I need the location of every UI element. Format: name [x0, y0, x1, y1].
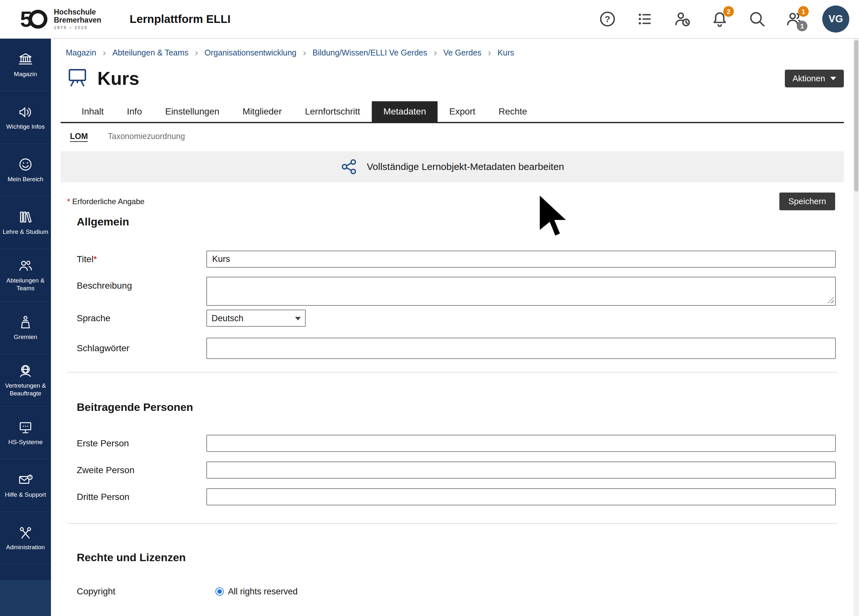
tab-rechte[interactable]: Rechte	[487, 101, 539, 122]
sidebar-item-administration[interactable]: Administration	[0, 512, 51, 564]
tab-mitglieder[interactable]: Mitglieder	[231, 101, 293, 122]
breadcrumb-item[interactable]: Bildung/Wissen/ELLI Ve Gerdes	[312, 48, 427, 58]
list-icon	[636, 10, 654, 28]
sidebar-item-hilfe-support[interactable]: ? Hilfe & Support	[0, 459, 51, 512]
schlagwoerter-input[interactable]	[206, 338, 836, 359]
form-row-beschreibung: Beschreibung	[61, 277, 844, 306]
sidebar-item-label: HS-Systeme	[7, 438, 44, 446]
chevron-down-icon	[830, 77, 836, 80]
sidebar-item-lehre-studium[interactable]: Lehre & Studium	[0, 196, 51, 249]
sidebar-item-label: Magazin	[12, 70, 39, 78]
user-clock-icon	[673, 10, 691, 28]
erste-person-input[interactable]	[206, 435, 836, 452]
edit-full-metadata-link[interactable]: Vollständige Lernobjekt-Metadaten bearbe…	[61, 151, 844, 182]
help-icon: ?	[598, 10, 617, 28]
mail-question-icon: ?	[18, 472, 33, 487]
sidebar-item-hs-systeme[interactable]: HS-Systeme	[0, 407, 51, 459]
breadcrumb-item[interactable]: Kurs	[498, 48, 514, 58]
sidebar-footer-panel	[0, 580, 51, 616]
help-button[interactable]: ?	[598, 9, 617, 29]
form-row-titel: Titel*	[61, 250, 844, 268]
notifications-button[interactable]: 2	[710, 9, 729, 29]
form-actions-row: * Erforderliche Angabe Speichern	[61, 192, 844, 210]
section-heading-rechte-lizenzen: Rechte und Lizenzen	[77, 551, 844, 564]
sidebar-item-label: Administration	[5, 543, 47, 551]
save-button[interactable]: Speichern	[779, 192, 835, 210]
subtab-taxonomiezuordnung[interactable]: Taxonomiezuordnung	[108, 131, 185, 141]
breadcrumb-item[interactable]: Organisationsentwicklung	[205, 48, 296, 58]
zweite-person-input[interactable]	[206, 461, 836, 478]
dritte-person-input[interactable]	[206, 488, 836, 505]
dritte-person-label: Dritte Person	[77, 492, 206, 502]
svg-text:?: ?	[29, 475, 31, 479]
actions-button[interactable]: Aktionen	[785, 70, 844, 88]
search-icon	[748, 10, 766, 28]
top-header: 5 Hochschule Bremerhaven 1975 – 2025 Ler…	[0, 0, 859, 39]
logo-line1: Hochschule	[54, 8, 101, 16]
sidebar-item-label: Vertretungen & Beauftragte	[0, 382, 51, 397]
contacts-button[interactable]: 1 1	[785, 9, 804, 29]
breadcrumb-item[interactable]: Magazin	[66, 48, 97, 58]
main-content: Magazin › Abteilungen & Teams › Organisa…	[51, 39, 854, 616]
copyright-radio-option[interactable]: All rights reserved	[206, 587, 836, 597]
tab-metadaten[interactable]: Metadaten	[372, 101, 437, 122]
smiley-icon	[18, 157, 33, 172]
breadcrumb-separator: ›	[488, 48, 491, 58]
tab-export[interactable]: Export	[437, 101, 487, 122]
titel-input[interactable]	[206, 250, 836, 268]
breadcrumb-item[interactable]: Abteilungen & Teams	[112, 48, 189, 58]
course-icon	[66, 67, 89, 90]
copyright-option-label: All rights reserved	[228, 587, 298, 597]
tab-lernfortschritt[interactable]: Lernfortschritt	[294, 101, 372, 122]
sidebar-item-label: Gremien	[12, 333, 39, 341]
sidebar-item-magazin[interactable]: Magazin	[0, 39, 51, 91]
sidebar-item-mein-bereich[interactable]: Mein Bereich	[0, 144, 51, 196]
required-asterisk: *	[94, 254, 97, 264]
bank-icon	[18, 52, 33, 67]
university-logo[interactable]: 5 Hochschule Bremerhaven 1975 – 2025	[18, 4, 101, 34]
books-icon	[18, 210, 33, 225]
form-row-schlagwoerter: Schlagwörter	[61, 338, 844, 359]
copyright-label: Copyright	[77, 586, 206, 597]
sidebar-item-gremien[interactable]: Gremien	[0, 302, 51, 354]
titel-label: Titel*	[77, 254, 206, 264]
form-row-dritte-person: Dritte Person	[61, 488, 844, 505]
sprache-select[interactable]: Deutsch	[206, 310, 306, 327]
erste-person-label: Erste Person	[77, 438, 206, 449]
page-title: Kurs	[97, 68, 139, 89]
breadcrumb-item[interactable]: Ve Gerdes	[444, 48, 481, 58]
subtab-bar: LOM Taxonomiezuordnung	[70, 131, 844, 141]
user-history-button[interactable]	[673, 9, 692, 29]
radio-selected-icon[interactable]	[216, 587, 224, 596]
sidebar-item-label: Hilfe & Support	[3, 491, 48, 498]
sidebar-item-vertretungen[interactable]: Vertretungen & Beauftragte	[0, 354, 51, 407]
user-avatar[interactable]: VG	[822, 5, 849, 33]
form-row-sprache: Sprache Deutsch	[61, 310, 844, 327]
tab-einstellungen[interactable]: Einstellungen	[153, 101, 231, 122]
section-heading-beitragende: Beitragende Personen	[77, 401, 844, 413]
share-nodes-icon	[340, 158, 358, 175]
contacts-badge-bottom: 1	[797, 20, 807, 31]
required-note: * Erforderliche Angabe	[67, 197, 144, 206]
section-divider	[67, 372, 837, 372]
section-divider	[67, 523, 837, 524]
sidebar-item-abteilungen-teams[interactable]: Abteilungen & Teams	[0, 249, 51, 302]
sidebar: Magazin Wichtige Infos Mein Bereich Lehr…	[0, 39, 51, 616]
sidebar-item-label: Lehre & Studium	[1, 228, 50, 235]
breadcrumb-separator: ›	[303, 48, 306, 58]
tab-inhalt[interactable]: Inhalt	[70, 101, 116, 122]
scrollbar-thumb[interactable]	[854, 40, 858, 192]
megaphone-icon	[18, 105, 33, 119]
sidebar-item-wichtige-infos[interactable]: Wichtige Infos	[0, 91, 51, 144]
subtab-lom[interactable]: LOM	[70, 131, 88, 141]
tab-info[interactable]: Info	[116, 101, 154, 122]
logo-text: Hochschule Bremerhaven 1975 – 2025	[54, 8, 101, 30]
list-button[interactable]	[635, 9, 654, 29]
vertical-scrollbar[interactable]	[854, 39, 859, 616]
schlagwoerter-label: Schlagwörter	[77, 343, 206, 353]
beschreibung-textarea[interactable]	[206, 277, 836, 306]
sidebar-item-label: Abteilungen & Teams	[0, 277, 51, 292]
breadcrumb-separator: ›	[103, 48, 106, 58]
search-button[interactable]	[747, 9, 767, 29]
breadcrumb-separator: ›	[434, 48, 437, 58]
